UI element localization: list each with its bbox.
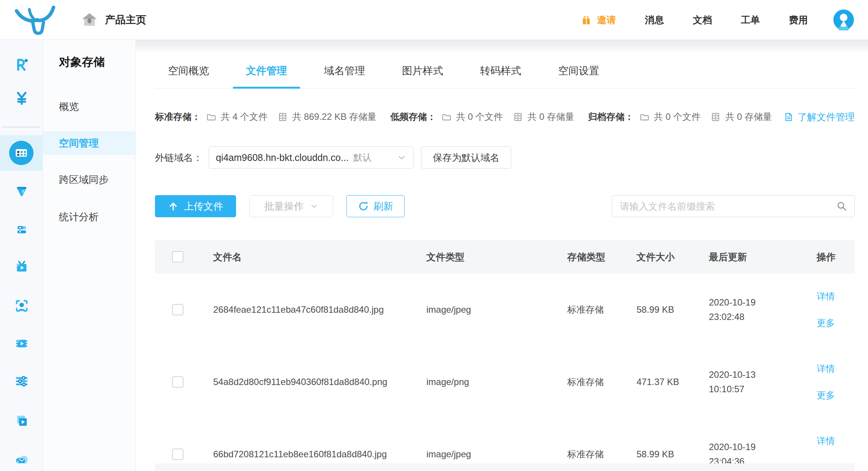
nav-tickets[interactable]: 工单	[741, 14, 760, 26]
detail-link[interactable]: 详情	[817, 290, 835, 302]
top-bar: 产品主页 邀请 消息 文档 工单 费用	[0, 0, 868, 40]
rail-divider	[2, 127, 40, 127]
object-storage-grid-icon[interactable]	[9, 141, 34, 165]
object-storage-sidebar: 对象存储 概览 空间管理 跨区域同步 统计分析	[43, 40, 136, 471]
file-toolbar: 上传文件 批量操作 刷新	[155, 195, 855, 217]
nav-billing[interactable]: 费用	[789, 14, 808, 26]
bottom-strip	[155, 463, 855, 471]
upload-arrow-icon	[168, 201, 179, 212]
sidebar-item-overview[interactable]: 概览	[43, 95, 136, 118]
cdn-funnel-icon[interactable]	[0, 184, 43, 199]
last-updated: 2020-10-19 23:02:48	[709, 295, 771, 325]
file-table-header: 文件名 文件类型 存储类型 文件大小 最后更新 操作	[155, 240, 855, 274]
external-domain-label: 外链域名：	[155, 151, 203, 164]
nav-docs[interactable]: 文档	[693, 14, 712, 26]
standard-volume: 共 869.22 KB 存储量	[292, 111, 377, 123]
file-size: 471.37 KB	[637, 375, 682, 389]
header-actions: 操作	[817, 251, 855, 263]
volume-icon	[710, 112, 721, 122]
invite-label: 邀请	[597, 14, 616, 26]
detail-link[interactable]: 详情	[817, 435, 835, 447]
row-checkbox[interactable]	[172, 376, 183, 388]
yen-icon[interactable]	[0, 91, 43, 106]
bucket-card: 空间概览 文件管理 域名管理 图片样式 转码样式 空间设置 标准存储： 共 4 …	[136, 53, 868, 471]
table-row: 2684feae121c11eba47c60f81da8d840.jpg ima…	[155, 274, 855, 346]
top-nav: 邀请 消息 文档 工单 费用	[580, 9, 854, 30]
main-content: 空间概览 文件管理 域名管理 图片样式 转码样式 空间设置 标准存储： 共 4 …	[136, 40, 868, 471]
ia-file-count: 共 0 个文件	[456, 111, 503, 123]
media-tv-icon[interactable]	[0, 260, 43, 275]
batch-operations-button[interactable]: 批量操作	[249, 195, 333, 217]
file-name: 66bd7208121c11eb8ee160f81da8d840.jpg	[213, 447, 392, 461]
tab-domain-management[interactable]: 域名管理	[311, 53, 378, 88]
header-shadow-band	[136, 40, 868, 53]
storage-type: 标准存储	[567, 376, 637, 388]
face-recognition-icon[interactable]	[0, 298, 43, 313]
external-domain-row: 外链域名： qi4am9608.hn-bkt.clouddn.co... 默认 …	[155, 146, 855, 169]
search-icon[interactable]	[836, 200, 847, 212]
invite-link[interactable]: 邀请	[580, 14, 616, 26]
file-size: 58.99 KB	[637, 302, 682, 317]
product-home-link[interactable]: 产品主页	[81, 12, 146, 28]
file-type: image/png	[426, 377, 567, 387]
ia-storage-label: 低频存储：	[390, 111, 436, 123]
sidebar-item-space-management[interactable]: 空间管理	[43, 131, 136, 155]
search-input[interactable]	[619, 200, 836, 212]
detail-link[interactable]: 详情	[817, 363, 835, 375]
video-film-icon[interactable]	[0, 336, 43, 351]
bucket-tabs: 空间概览 文件管理 域名管理 图片样式 转码样式 空间设置	[155, 53, 855, 89]
sidebar-item-statistics[interactable]: 统计分析	[43, 205, 136, 229]
more-link[interactable]: 更多	[817, 317, 835, 329]
server-list-icon[interactable]	[0, 222, 43, 237]
chevron-down-icon	[397, 153, 406, 162]
folder-icon	[639, 112, 649, 122]
batch-label: 批量操作	[264, 200, 304, 213]
tab-image-styles[interactable]: 图片样式	[389, 53, 456, 88]
storage-stats-row: 标准存储： 共 4 个文件 共 869.22 KB 存储量	[155, 111, 855, 123]
learn-file-management-link[interactable]: 了解文件管理	[783, 111, 855, 123]
volume-icon	[278, 112, 288, 122]
header-file-size: 文件大小	[637, 251, 709, 263]
tuning-sliders-icon[interactable]	[0, 374, 43, 389]
tab-file-management[interactable]: 文件管理	[233, 53, 300, 88]
save-default-domain-button[interactable]: 保存为默认域名	[421, 146, 511, 169]
tab-space-overview[interactable]: 空间概览	[155, 53, 222, 88]
row-checkbox[interactable]	[172, 304, 183, 315]
select-all-checkbox[interactable]	[172, 251, 183, 263]
gift-icon	[580, 14, 592, 26]
qiniu-bull-logo-icon[interactable]	[14, 4, 56, 36]
product-icon-rail	[0, 40, 43, 471]
sidebar-item-cross-region-sync[interactable]: 跨区域同步	[43, 168, 136, 191]
cloud-mail-icon[interactable]	[0, 451, 43, 466]
header-file-name: 文件名	[213, 251, 426, 263]
header-storage-type: 存储类型	[567, 251, 637, 263]
header-file-type: 文件类型	[426, 251, 567, 263]
header-last-updated: 最后更新	[709, 251, 817, 263]
ia-volume: 共 0 存储量	[528, 111, 574, 123]
more-link[interactable]: 更多	[817, 389, 835, 401]
help-link-label: 了解文件管理	[798, 111, 855, 123]
refresh-icon	[358, 201, 369, 212]
table-row: 54a8d2d80cf911eb940360f81da8d840.png ima…	[155, 346, 855, 418]
standard-file-count: 共 4 个文件	[221, 111, 268, 123]
file-search-box[interactable]	[612, 195, 855, 217]
user-avatar[interactable]	[833, 9, 854, 30]
row-checkbox[interactable]	[172, 449, 183, 460]
video-copy-icon[interactable]	[0, 413, 43, 428]
storage-type: 标准存储	[567, 304, 637, 316]
file-size: 58.99 KB	[637, 447, 682, 461]
refresh-button[interactable]: 刷新	[346, 195, 405, 217]
file-type: image/jpeg	[426, 449, 567, 460]
chevron-down-icon	[310, 202, 318, 210]
body-layout: 对象存储 概览 空间管理 跨区域同步 统计分析 空间概览 文件管理 域名管理 图…	[0, 40, 868, 471]
tab-space-settings[interactable]: 空间设置	[545, 53, 612, 88]
standard-storage-label: 标准存储：	[155, 111, 201, 123]
archive-storage-label: 归档存储：	[588, 111, 634, 123]
product-home-label: 产品主页	[105, 13, 146, 27]
archive-volume: 共 0 存储量	[725, 111, 772, 123]
nav-messages[interactable]: 消息	[645, 14, 664, 26]
domain-select[interactable]: qi4am9608.hn-bkt.clouddn.co... 默认	[209, 146, 413, 169]
upload-file-button[interactable]: 上传文件	[155, 195, 236, 217]
tab-transcode-styles[interactable]: 转码样式	[467, 53, 534, 88]
r-badge-icon[interactable]	[0, 57, 43, 72]
